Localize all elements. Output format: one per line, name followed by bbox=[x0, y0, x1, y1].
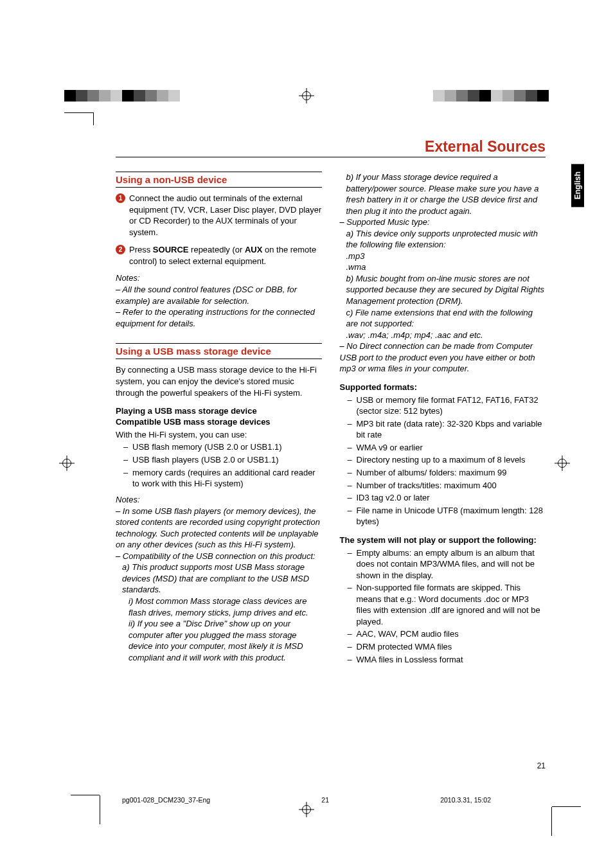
heading-non-usb: Using a non-USB device bbox=[116, 172, 322, 188]
crop-mark bbox=[552, 806, 581, 807]
registration-target-icon bbox=[61, 457, 73, 469]
heading-usb: Using a USB mass storage device bbox=[116, 343, 322, 359]
list-item: AAC, WAV, PCM audio files bbox=[349, 628, 546, 640]
page-number: 21 bbox=[537, 761, 546, 770]
list-item: memory cards (requires an additional car… bbox=[125, 467, 322, 490]
footer-timestamp: 2010.3.31, 15:02 bbox=[440, 796, 491, 804]
list-item: USB or memory file format FAT12, FAT16, … bbox=[349, 394, 546, 417]
crop-mark bbox=[551, 807, 552, 836]
top-registration-marks bbox=[0, 90, 613, 102]
color-bar-right bbox=[433, 90, 549, 102]
notes-heading: Notes: bbox=[116, 273, 322, 283]
list-item: Non-supported file formats are skipped. … bbox=[349, 582, 546, 627]
playing-lead: With the Hi-Fi system, you can use: bbox=[116, 429, 322, 441]
list-item: Number of tracks/titles: maximum 400 bbox=[349, 480, 546, 492]
crop-mark bbox=[100, 795, 100, 824]
supported-formats-heading: Supported formats: bbox=[340, 382, 546, 393]
not-play-list: Empty albums: an empty album is an album… bbox=[340, 547, 546, 665]
crop-mark bbox=[93, 112, 94, 125]
registration-target-icon bbox=[301, 804, 312, 815]
list-item: USB flash memory (USB 2.0 or USB1.1) bbox=[125, 441, 322, 453]
list-item: WMA files in Lossless format bbox=[349, 654, 546, 666]
compatible-list: USB flash memory (USB 2.0 or USB1.1) USB… bbox=[116, 441, 322, 489]
registration-target-icon bbox=[301, 90, 312, 102]
list-item: File name in Unicode UTF8 (maximum lengt… bbox=[349, 505, 546, 527]
step-1-badge: 1 bbox=[116, 193, 125, 203]
list-item: MP3 bit rate (data rate): 32-320 Kbps an… bbox=[349, 418, 546, 441]
list-item: ID3 tag v2.0 or later bbox=[349, 492, 546, 504]
step-1-text: Connect the audio out terminals of the e… bbox=[129, 193, 322, 238]
footer-page: 21 bbox=[321, 796, 329, 804]
page-title: External Sources bbox=[425, 138, 546, 155]
note-2: – Refer to the operating instructions fo… bbox=[116, 306, 322, 329]
list-item: DRM protected WMA files bbox=[349, 641, 546, 653]
usb-notes-block: – In some USB flash players (or memory d… bbox=[116, 506, 322, 664]
list-item: Directory nesting up to a maximum of 8 l… bbox=[349, 454, 546, 466]
list-item: USB flash players (USB 2.0 or USB1.1) bbox=[125, 454, 322, 466]
registration-target-icon bbox=[556, 457, 568, 469]
page-content: External Sources English Using a non-USB… bbox=[116, 138, 546, 759]
list-item: Empty albums: an empty album is an album… bbox=[349, 547, 546, 581]
list-item: WMA v9 or earlier bbox=[349, 442, 546, 454]
usb-intro: By connecting a USB mass storage device … bbox=[116, 364, 322, 398]
left-column: Using a non-USB device 1 Connect the aud… bbox=[116, 172, 322, 666]
footer-file: pg001-028_DCM230_37-Eng bbox=[122, 796, 210, 804]
crop-mark bbox=[64, 112, 93, 113]
language-tab: English bbox=[571, 164, 584, 207]
right-column: b) If your Mass storage device required … bbox=[340, 172, 546, 666]
supported-formats-list: USB or memory file format FAT12, FAT16, … bbox=[340, 394, 546, 527]
usb-notes-continued: b) If your Mass storage device required … bbox=[340, 172, 546, 375]
notes-heading-2: Notes: bbox=[116, 495, 322, 504]
step-2-text: Press SOURCE repeatedly (or AUX on the r… bbox=[129, 244, 322, 267]
note-1: – All the sound control features (DSC or… bbox=[116, 284, 322, 306]
playing-heading: Playing a USB mass storage device Compat… bbox=[116, 406, 322, 428]
color-bar-left bbox=[64, 90, 180, 102]
step-2-badge: 2 bbox=[116, 245, 125, 254]
footer-metadata: pg001-028_DCM230_37-Eng 21 2010.3.31, 15… bbox=[122, 796, 491, 804]
crop-mark bbox=[71, 795, 100, 795]
not-play-heading: The system will not play or support the … bbox=[340, 535, 546, 546]
list-item: Number of albums/ folders: maximum 99 bbox=[349, 467, 546, 479]
